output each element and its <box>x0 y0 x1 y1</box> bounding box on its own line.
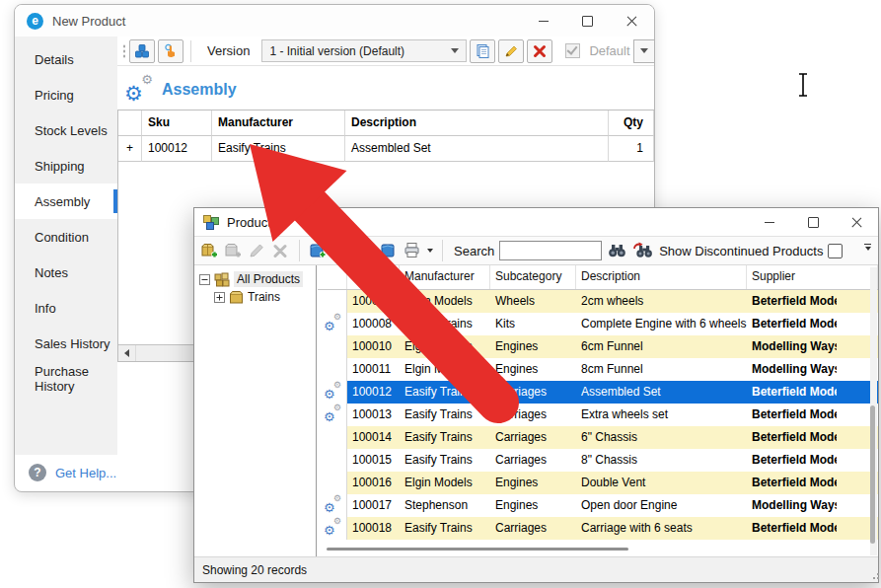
grid-column-header-description[interactable]: Description <box>576 265 747 289</box>
table-row-100015[interactable]: 100015Easify TrainsCarriages8" ChassisBe… <box>318 449 878 472</box>
close-button[interactable] <box>610 5 654 37</box>
toolbar-separator <box>442 240 443 261</box>
table-row-100012[interactable]: ⚙⚙100012Easify TrainsCarriagesAssembled … <box>318 381 878 404</box>
toolbar-overflow-button[interactable] <box>861 244 874 251</box>
move-category-button[interactable] <box>380 242 399 259</box>
sidebar-item-condition[interactable]: Condition <box>15 219 117 255</box>
add-package-icon <box>200 242 219 259</box>
cell-supplier: Beterfield Models <box>747 290 878 313</box>
sidebar-item-details[interactable]: Details <box>15 41 117 77</box>
default-checkbox[interactable] <box>565 43 580 58</box>
sidebar-item-shipping[interactable]: Shipping <box>15 148 117 184</box>
clear-search-button[interactable] <box>632 242 654 259</box>
cell-description: 6cm Funnel <box>576 335 747 358</box>
cell-sku: 100007 <box>347 290 400 313</box>
cell-supplier: Modelling Ways <box>747 358 878 381</box>
grid-horizontal-scrollbar-thumb[interactable] <box>327 548 628 551</box>
print-dropdown-chevron-icon[interactable] <box>427 249 433 253</box>
scroll-left-button[interactable] <box>118 345 136 361</box>
select-mode-button[interactable] <box>158 39 184 63</box>
sidebar-item-pricing[interactable]: Pricing <box>15 77 117 112</box>
cube-delete-icon <box>356 242 375 259</box>
printer-icon <box>404 242 422 259</box>
maximize-button[interactable] <box>565 5 610 37</box>
binoculars-reset-icon <box>632 242 654 259</box>
table-row-100013[interactable]: ⚙⚙100013Easify TrainsCarriagesExtra whee… <box>318 404 878 426</box>
assembly-table-row[interactable]: + 100012 Easify Trains Assembled Set 1 <box>118 136 654 162</box>
table-row-100007[interactable]: 100007Elgin ModelsWheels2cm wheelsBeterf… <box>318 290 878 313</box>
copy-version-button[interactable] <box>470 39 495 63</box>
show-discontinued-checkbox[interactable] <box>828 244 843 258</box>
table-row-100016[interactable]: 100016Elgin ModelsEnginesDouble VentBete… <box>318 472 878 494</box>
toolbar-grip[interactable] <box>122 43 126 59</box>
delete-x-icon <box>532 43 548 59</box>
delete-category-button[interactable] <box>356 242 375 259</box>
cell-supplier: Beterfield Models <box>747 381 878 404</box>
edit-category-button[interactable] <box>332 242 351 259</box>
grid-vertical-scrollbar[interactable] <box>870 267 877 555</box>
sidebar-item-label: Purchase History <box>35 364 117 394</box>
sidebar-item-info[interactable]: Info <box>15 290 117 326</box>
assembly-column-qty[interactable]: Qty <box>609 110 654 136</box>
maximize-button[interactable] <box>791 208 835 236</box>
minimize-button[interactable] <box>521 5 565 37</box>
get-help-link[interactable]: ? Get Help... <box>29 464 116 481</box>
delete-version-button[interactable] <box>527 39 552 63</box>
sidebar: DetailsPricingStock LevelsShippingAssemb… <box>15 37 117 455</box>
grid-column-header-icon <box>318 265 347 289</box>
grid-column-header-supplier[interactable]: Supplier <box>747 265 878 289</box>
table-row-100018[interactable]: ⚙⚙100018Easify TrainsCarriagesCarriage w… <box>318 517 878 540</box>
assembly-cell-description: Assembled Set <box>345 136 609 162</box>
search-button[interactable] <box>607 242 627 259</box>
row-data: 100015Easify TrainsCarriages8" ChassisBe… <box>347 449 878 472</box>
edit-version-button[interactable] <box>498 39 524 63</box>
sidebar-item-label: Stock Levels <box>35 123 108 138</box>
table-row-100008[interactable]: ⚙⚙100008Easify TrainsKitsComplete Engine… <box>318 313 878 335</box>
expand-expander-icon[interactable] <box>214 292 225 303</box>
assembly-mode-button[interactable] <box>129 39 155 63</box>
tree-node-all-products[interactable]: All Products <box>194 270 316 288</box>
assembly-cell-qty: 1 <box>609 136 654 162</box>
cell-subcategory: Carriages <box>490 381 576 404</box>
cube-icon <box>380 242 399 259</box>
grid-column-header-subcategory[interactable]: Subcategory <box>490 265 576 289</box>
grid-column-header-manufacturer[interactable]: Manufacturer <box>400 265 490 289</box>
collapse-expander-icon[interactable] <box>199 274 210 285</box>
table-row-100017[interactable]: ⚙⚙100017StephensonEnginesOpen door Engin… <box>318 494 878 517</box>
add-product-button[interactable] <box>200 242 219 259</box>
resize-grip[interactable] <box>873 577 875 579</box>
table-row-100014[interactable]: 100014Easify TrainsCarriages6" ChassisBe… <box>318 426 878 449</box>
search-input[interactable] <box>499 241 602 260</box>
sidebar-item-stock-levels[interactable]: Stock Levels <box>15 112 117 148</box>
cell-manufacturer: Easify Trains <box>400 313 490 335</box>
assembly-column-description[interactable]: Description <box>345 110 609 136</box>
toolbar-overflow-dropdown-button[interactable] <box>633 39 655 63</box>
grid-column-header-sku[interactable]: SKU <box>347 265 400 289</box>
cell-description: Extra wheels set <box>576 404 747 426</box>
sidebar-item-purchase-history[interactable]: Purchase History <box>15 361 117 397</box>
sidebar-item-notes[interactable]: Notes <box>15 255 117 290</box>
new-product-titlebar[interactable]: e New Product <box>15 5 654 37</box>
print-button[interactable] <box>404 242 422 259</box>
version-dropdown[interactable]: 1 - Initial version (Default) <box>261 39 467 62</box>
cell-supplier: Modelling Ways <box>747 494 878 517</box>
sidebar-item-sales-history[interactable]: Sales History <box>15 326 117 361</box>
tree-label-trains[interactable]: Trains <box>248 290 280 304</box>
grid-vertical-scrollbar-thumb[interactable] <box>870 405 875 544</box>
assembly-column-sku[interactable]: Sku <box>142 110 212 136</box>
cell-subcategory: Engines <box>490 472 576 494</box>
tree-label-all-products[interactable]: All Products <box>234 271 303 287</box>
minimize-button[interactable] <box>748 208 791 236</box>
expand-row-button[interactable]: + <box>118 136 142 162</box>
products-titlebar[interactable]: Products <box>194 208 878 236</box>
close-button[interactable] <box>835 208 878 236</box>
tree-node-trains[interactable]: Trains <box>194 288 316 306</box>
table-row-100010[interactable]: 100010Elgin ModelsEngines6cm FunnelModel… <box>318 335 878 358</box>
sidebar-item-label: Details <box>35 52 74 67</box>
row-data: 100014Easify TrainsCarriages6" ChassisBe… <box>347 426 878 449</box>
sidebar-item-assembly[interactable]: Assembly <box>15 184 117 219</box>
cell-subcategory: Engines <box>490 494 576 517</box>
table-row-100011[interactable]: 100011Elgin ModelsEngines8cm FunnelModel… <box>318 358 878 381</box>
add-category-button[interactable] <box>309 242 328 259</box>
assembly-column-manufacturer[interactable]: Manufacturer <box>212 110 345 136</box>
